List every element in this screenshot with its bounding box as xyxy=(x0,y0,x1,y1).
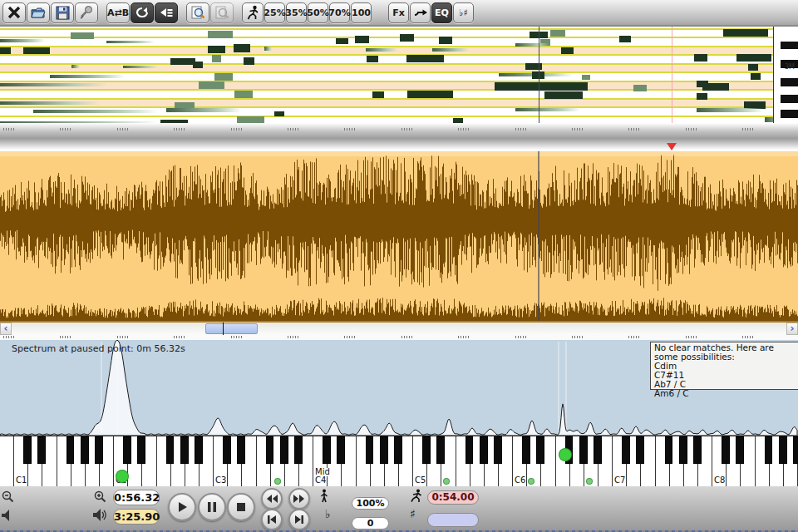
scrollbar-left-arrow[interactable]: ‹ xyxy=(0,323,12,335)
piano-key-black[interactable] xyxy=(280,436,288,464)
piano-key-black[interactable] xyxy=(323,436,331,464)
waveform-scrollbar[interactable] xyxy=(0,323,798,336)
marker-line xyxy=(672,27,672,125)
piano-key-black[interactable] xyxy=(37,436,46,464)
scrollbar-thumb[interactable] xyxy=(205,323,258,334)
piano-key-black[interactable] xyxy=(95,436,103,464)
speed-100-button-label: 100 xyxy=(352,7,371,18)
speed-25-button-label: 25% xyxy=(264,7,285,18)
chord-guess-title: No clear matches. Here are some possibil… xyxy=(654,343,798,361)
piano-key-black[interactable] xyxy=(522,436,530,464)
piano-key-black[interactable] xyxy=(693,436,702,464)
speed-70-button[interactable]: 70% xyxy=(329,2,350,23)
piano-key-black[interactable] xyxy=(480,436,488,464)
piano-key-black[interactable] xyxy=(536,436,544,464)
detected-note-dot xyxy=(559,448,572,461)
speed-35-button[interactable]: 35% xyxy=(286,2,307,23)
skip-to-end-button[interactable] xyxy=(288,509,310,530)
piano-key-black[interactable] xyxy=(123,436,131,464)
piano-key-black[interactable] xyxy=(81,436,89,464)
save-button[interactable] xyxy=(51,2,74,23)
note-block xyxy=(0,83,108,86)
fast-forward-button[interactable] xyxy=(288,488,310,510)
octave-label: C8 xyxy=(714,476,725,485)
piano-key-black[interactable] xyxy=(237,436,245,464)
loop-button[interactable] xyxy=(131,2,154,23)
skip-to-start-button[interactable] xyxy=(261,509,283,530)
speed-25-button[interactable]: 25% xyxy=(264,2,285,23)
zoom-out-page-button[interactable] xyxy=(210,2,234,23)
piano-key-black[interactable] xyxy=(394,436,402,464)
piano-key-black[interactable] xyxy=(665,436,673,464)
mini-black-key xyxy=(781,110,798,118)
piano-key-black[interactable] xyxy=(166,436,175,464)
piano-key-black[interactable] xyxy=(66,436,75,464)
piano-key-black[interactable] xyxy=(765,436,773,464)
piano-key-black[interactable] xyxy=(436,436,445,464)
pause-button[interactable] xyxy=(198,493,226,521)
chord-item: Cdim xyxy=(654,362,798,371)
volume-max-icon[interactable] xyxy=(92,508,107,525)
piano-key-black[interactable] xyxy=(266,436,274,464)
volume-min-icon[interactable] xyxy=(1,509,13,525)
stop-button[interactable] xyxy=(227,493,255,521)
piano-key-black[interactable] xyxy=(779,436,787,464)
beat-ticks xyxy=(117,128,130,131)
piano-key-white[interactable] xyxy=(0,436,14,486)
play-button[interactable] xyxy=(168,493,196,521)
section-marker-icon[interactable] xyxy=(667,143,677,150)
piano-key-black[interactable] xyxy=(223,436,231,464)
piano-key-black[interactable] xyxy=(422,436,431,464)
pagezoomout-icon xyxy=(214,5,229,20)
piano-key-black[interactable] xyxy=(137,436,145,464)
piano-roll-gridline xyxy=(0,71,773,73)
piano-key-black[interactable] xyxy=(180,436,189,464)
piano-key-black[interactable] xyxy=(23,436,32,464)
octave-label: C1 xyxy=(16,476,27,485)
piano-key-black[interactable] xyxy=(736,436,744,464)
note-block xyxy=(694,54,707,62)
piano-key-black[interactable] xyxy=(793,436,798,464)
piano-key-black[interactable] xyxy=(294,436,303,464)
piano-key-black[interactable] xyxy=(466,436,474,464)
speed-100-button[interactable]: 100 xyxy=(351,2,372,23)
octave-label: C7 xyxy=(614,476,625,485)
piano-key-black[interactable] xyxy=(337,436,345,464)
rewind-button[interactable] xyxy=(261,488,283,510)
eq-button[interactable]: EQ xyxy=(431,2,452,23)
piano-key-black[interactable] xyxy=(380,436,388,464)
thru-button[interactable] xyxy=(410,2,431,23)
piano-key-black[interactable] xyxy=(622,436,630,464)
piano-key-black[interactable] xyxy=(594,436,602,464)
piano-key-black[interactable] xyxy=(494,436,502,464)
waveform-panel[interactable] xyxy=(0,151,798,321)
chord-guess-box: No clear matches. Here are some possibil… xyxy=(650,342,798,390)
note-block xyxy=(406,55,444,62)
note-block xyxy=(372,91,384,98)
piano-roll-panel[interactable]: 3M xyxy=(0,25,798,125)
piano-key-black[interactable] xyxy=(636,436,644,464)
zoom-in-page-button[interactable] xyxy=(186,2,209,23)
close-button[interactable] xyxy=(2,2,26,23)
piano-key-black[interactable] xyxy=(195,436,203,464)
piano-key-black[interactable] xyxy=(679,436,687,464)
zoom-out-icon[interactable] xyxy=(2,490,14,506)
piano-key-black[interactable] xyxy=(366,436,374,464)
record-mic-button[interactable] xyxy=(75,2,98,23)
note-block xyxy=(515,43,549,47)
skip-back-button[interactable] xyxy=(155,2,178,23)
speed-run-button[interactable] xyxy=(242,2,264,23)
beat-ticks xyxy=(458,336,470,338)
scrollbar-right-arrow[interactable]: › xyxy=(786,323,798,335)
note-block xyxy=(0,47,11,54)
chord-item: C7#11 xyxy=(654,371,798,380)
ab-compare-button[interactable]: A⇄B xyxy=(106,2,130,23)
zoom-in-icon[interactable] xyxy=(94,490,106,506)
open-button[interactable] xyxy=(27,2,50,23)
piano-key-black[interactable] xyxy=(579,436,588,464)
accidentals-button[interactable]: ♭♯ xyxy=(453,2,474,23)
speed-50-button[interactable]: 50% xyxy=(308,2,328,23)
piano-key-black[interactable] xyxy=(722,436,730,464)
beat-ticks xyxy=(231,128,244,131)
fx-button[interactable]: Fx xyxy=(388,2,409,23)
